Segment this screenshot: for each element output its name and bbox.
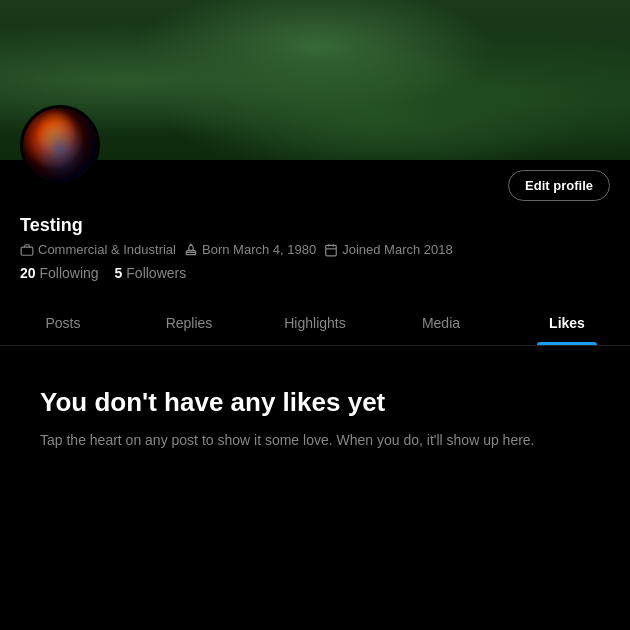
birthday-text: Born March 4, 1980 bbox=[202, 242, 316, 257]
profile-tabs: Posts Replies Highlights Media Likes bbox=[0, 301, 630, 346]
meta-joined: Joined March 2018 bbox=[324, 242, 453, 257]
tab-highlights[interactable]: Highlights bbox=[252, 301, 378, 345]
tab-likes[interactable]: Likes bbox=[504, 301, 630, 345]
edit-profile-button[interactable]: Edit profile bbox=[508, 170, 610, 201]
likes-empty-subtitle: Tap the heart on any post to show it som… bbox=[40, 430, 590, 451]
followers-count: 5 bbox=[115, 265, 123, 281]
briefcase-icon bbox=[20, 243, 34, 257]
avatar-image bbox=[23, 108, 97, 182]
following-count: 20 bbox=[20, 265, 36, 281]
tab-posts[interactable]: Posts bbox=[0, 301, 126, 345]
birthday-icon bbox=[184, 243, 198, 257]
following-stat[interactable]: 20 Following bbox=[20, 265, 99, 281]
followers-label: Followers bbox=[126, 265, 186, 281]
likes-empty-state: You don't have any likes yet Tap the hea… bbox=[0, 346, 630, 471]
avatar bbox=[20, 105, 100, 185]
profile-meta: Commercial & Industrial Born March 4, 19… bbox=[20, 242, 610, 257]
meta-birthday: Born March 4, 1980 bbox=[184, 242, 316, 257]
industry-text: Commercial & Industrial bbox=[38, 242, 176, 257]
profile-info: Testing Commercial & Industrial bbox=[0, 215, 630, 291]
tab-media[interactable]: Media bbox=[378, 301, 504, 345]
joined-text: Joined March 2018 bbox=[342, 242, 453, 257]
followers-stat[interactable]: 5 Followers bbox=[115, 265, 187, 281]
svg-rect-1 bbox=[326, 245, 337, 256]
tab-replies[interactable]: Replies bbox=[126, 301, 252, 345]
svg-rect-0 bbox=[21, 247, 33, 255]
following-label: Following bbox=[39, 265, 98, 281]
username: Testing bbox=[20, 215, 610, 236]
likes-empty-title: You don't have any likes yet bbox=[40, 386, 590, 420]
meta-industry: Commercial & Industrial bbox=[20, 242, 176, 257]
follow-stats: 20 Following 5 Followers bbox=[20, 265, 610, 281]
calendar-icon bbox=[324, 243, 338, 257]
profile-page: Edit profile Testing Commercial & Indust… bbox=[0, 0, 630, 630]
